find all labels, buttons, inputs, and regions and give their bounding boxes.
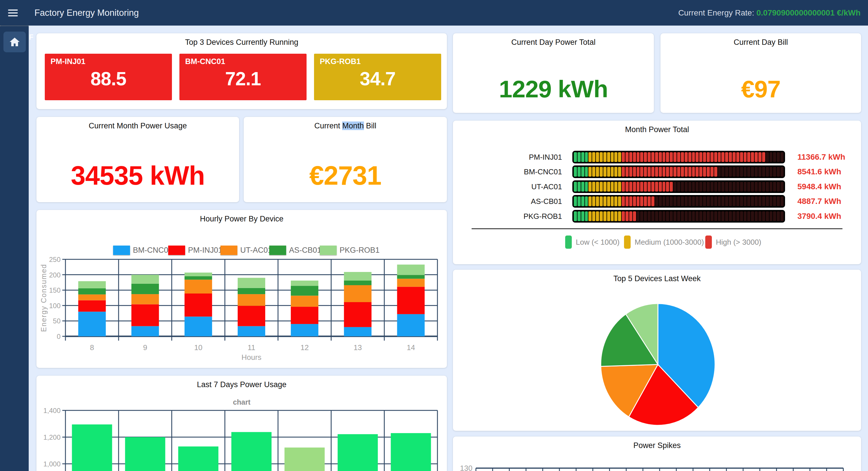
svg-text:0: 0 bbox=[57, 332, 61, 340]
stacked-bar-segment bbox=[397, 265, 425, 275]
legend-item: High (> 3000) bbox=[705, 235, 761, 249]
gauge-row: PKG-ROB13790.4 kWh bbox=[453, 210, 861, 223]
gauge-device-label: UT-AC01 bbox=[462, 180, 562, 193]
legend-label: High (> 3000) bbox=[716, 238, 761, 247]
stacked-bar-segment bbox=[397, 314, 425, 336]
card-last7-days: Last 7 Days Power Usage chart 1,4001,200… bbox=[36, 376, 447, 471]
card-title: Month Power Total bbox=[453, 125, 861, 134]
svg-text:12: 12 bbox=[301, 343, 309, 352]
svg-text:250: 250 bbox=[49, 256, 61, 263]
app-title: Factory Energy Monitoring bbox=[34, 0, 139, 26]
stacked-bar-segment bbox=[291, 296, 318, 307]
device-power-value: 88.5 bbox=[45, 68, 172, 90]
home-icon bbox=[9, 36, 20, 48]
card-title: Current Day Power Total bbox=[453, 38, 654, 47]
gauge-bar bbox=[572, 151, 785, 164]
divider bbox=[472, 228, 842, 229]
stacked-bar-segment bbox=[291, 286, 318, 296]
stacked-bar-segment bbox=[397, 275, 425, 279]
legend-swatch bbox=[624, 235, 631, 249]
svg-text:Energy Consumed: Energy Consumed bbox=[40, 264, 48, 332]
stacked-bar-segment bbox=[185, 280, 212, 294]
svg-text:50: 50 bbox=[53, 317, 61, 325]
selected-text: Month bbox=[342, 121, 364, 130]
svg-text:11: 11 bbox=[248, 343, 255, 352]
stacked-bar-segment bbox=[238, 306, 265, 326]
rate-label: Current Energy Rate: bbox=[678, 8, 754, 17]
sidebar-item-home[interactable] bbox=[3, 32, 26, 52]
last7-bar-chart: 1,4001,2001,000 bbox=[36, 376, 447, 471]
gauge-value-label: 11366.7 kWh bbox=[797, 151, 845, 164]
device-tiles: PM-INJ0188.5BM-CNC0172.1PKG-ROB134.7 bbox=[45, 54, 441, 100]
stacked-bar-segment bbox=[185, 272, 212, 276]
gauge-value-label: 5948.4 kWh bbox=[797, 180, 841, 193]
stacked-bar-segment bbox=[397, 279, 425, 287]
stacked-bar-segment bbox=[185, 317, 212, 336]
gauge-device-label: AS-CB01 bbox=[462, 195, 562, 208]
dashboard: Top 3 Devices Currently Running PM-INJ01… bbox=[29, 26, 868, 471]
card-day-power-total: Current Day Power Total 1229 kWh bbox=[453, 33, 654, 113]
bar bbox=[178, 447, 218, 471]
day-bill-value: €97 bbox=[660, 77, 861, 101]
gauge-row: AS-CB014887.7 kWh bbox=[453, 195, 861, 208]
bar bbox=[284, 447, 324, 471]
gauge-value-label: 8541.6 kWh bbox=[797, 166, 841, 178]
stacked-bar-segment bbox=[131, 304, 159, 326]
card-month-power-usage: Current Month Power Usage 34535 kWh bbox=[36, 117, 239, 202]
device-power-value: 72.1 bbox=[179, 68, 307, 90]
gauge-device-label: PKG-ROB1 bbox=[462, 210, 562, 223]
stacked-bar-segment bbox=[238, 294, 265, 306]
device-name: PM-INJ01 bbox=[51, 57, 86, 66]
stacked-bar-segment bbox=[344, 302, 371, 327]
svg-text:1,400: 1,400 bbox=[43, 407, 61, 414]
card-hourly-power: Hourly Power By Device BM-CNC01PM-INJ01U… bbox=[36, 210, 447, 368]
top5-pie-chart bbox=[453, 270, 861, 431]
stacked-bar-segment bbox=[185, 294, 212, 317]
stacked-bar-segment bbox=[131, 275, 159, 284]
gauge-device-label: PM-INJ01 bbox=[462, 151, 562, 164]
gauge-bar bbox=[572, 195, 785, 208]
gauge-row: UT-AC015948.4 kWh bbox=[453, 180, 861, 193]
sidebar-item-label-clipped: F bbox=[29, 33, 33, 41]
gauge-row: PM-INJ0111366.7 kWh bbox=[453, 151, 861, 164]
day-power-total-value: 1229 kWh bbox=[453, 77, 654, 101]
bar bbox=[125, 437, 165, 471]
stacked-bar-segment bbox=[131, 294, 159, 304]
legend-label: Medium (1000-3000) bbox=[634, 238, 704, 247]
card-title: Top 3 Devices Currently Running bbox=[36, 38, 447, 47]
stacked-bar-segment bbox=[185, 276, 212, 280]
stacked-bar-segment bbox=[79, 312, 106, 336]
svg-text:130: 130 bbox=[460, 464, 472, 471]
svg-text:13: 13 bbox=[353, 343, 362, 352]
card-title: Current Month Bill bbox=[244, 121, 447, 130]
stacked-bar-segment bbox=[238, 288, 265, 294]
card-title: Current Month Power Usage bbox=[36, 121, 239, 130]
device-tile: BM-CNC0172.1 bbox=[179, 54, 307, 100]
svg-text:8: 8 bbox=[90, 343, 94, 352]
svg-text:9: 9 bbox=[143, 343, 147, 352]
legend-label: Low (< 1000) bbox=[576, 238, 619, 247]
current-energy-rate: Current Energy Rate: 0.0790900000000001 … bbox=[678, 0, 861, 26]
stacked-bar-segment bbox=[344, 272, 371, 281]
svg-text:150: 150 bbox=[49, 286, 61, 294]
bar bbox=[72, 424, 112, 471]
svg-text:Hours: Hours bbox=[241, 353, 261, 361]
device-tile: PM-INJ0188.5 bbox=[45, 54, 172, 100]
gauge-bar bbox=[572, 166, 785, 178]
card-month-power-total: Month Power Total PM-INJ0111366.7 kWhBM-… bbox=[453, 121, 861, 264]
svg-text:14: 14 bbox=[407, 343, 415, 352]
bar bbox=[231, 432, 272, 471]
stacked-bar-segment bbox=[131, 284, 159, 294]
rate-value: 0.0790900000000001 €/kWh bbox=[756, 8, 861, 17]
stacked-bar-segment bbox=[79, 300, 106, 312]
card-top3-devices: Top 3 Devices Currently Running PM-INJ01… bbox=[36, 33, 447, 109]
legend-item: Low (< 1000) bbox=[565, 235, 619, 249]
stacked-bar-segment bbox=[291, 281, 318, 286]
hamburger-menu-icon[interactable] bbox=[8, 7, 20, 19]
stacked-bar-segment bbox=[131, 326, 159, 336]
svg-text:10: 10 bbox=[194, 343, 203, 352]
month-bill-value: €2731 bbox=[244, 162, 447, 189]
stacked-bar-segment bbox=[79, 288, 106, 294]
svg-text:100: 100 bbox=[49, 302, 61, 310]
stacked-bar-segment bbox=[397, 287, 425, 314]
